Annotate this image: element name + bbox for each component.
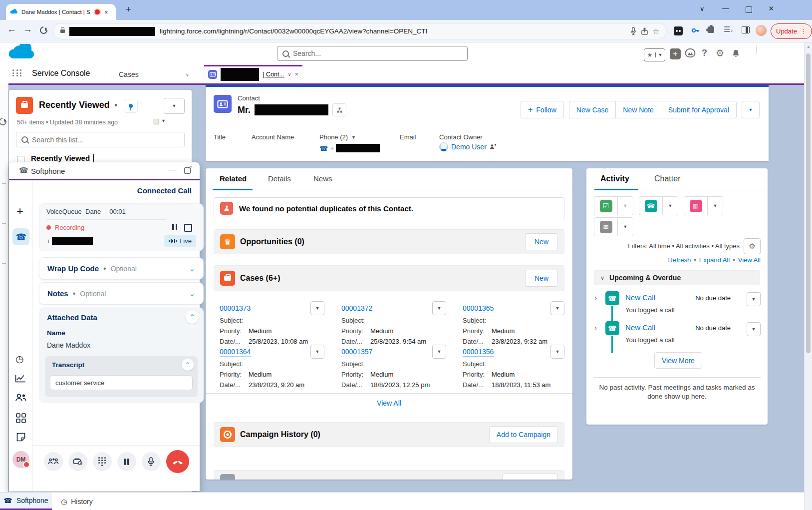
global-search-box[interactable]: Search... <box>277 46 468 61</box>
event-dropdown[interactable]: ▼ <box>707 197 723 215</box>
refresh-link[interactable]: Refresh <box>668 256 691 264</box>
email-button[interactable]: ✉ <box>594 218 617 236</box>
opportunities-title[interactable]: Opportunities (0) <box>240 237 520 246</box>
tab-news[interactable]: News <box>313 174 332 183</box>
notes-section[interactable]: Notes • Optional ⌄ <box>39 282 204 305</box>
window-minimize-button[interactable]: — <box>722 4 729 12</box>
mute-mic-button[interactable] <box>142 452 161 471</box>
side-panel-icon[interactable] <box>742 26 750 33</box>
follow-button[interactable]: +Follow <box>521 101 564 118</box>
new-tab-button[interactable]: + <box>126 4 131 15</box>
back-icon[interactable]: ← <box>7 24 16 35</box>
phone-value[interactable]: ☎ + <box>319 144 380 152</box>
case-number-link[interactable]: 00001365 <box>463 304 494 313</box>
activity-item-title[interactable]: New Call <box>625 293 655 302</box>
activity-item-title[interactable]: New Call <box>625 323 655 332</box>
case-number-link[interactable]: 00001373 <box>220 304 251 313</box>
stop-recording-icon[interactable] <box>184 224 192 232</box>
share-icon[interactable] <box>641 27 648 35</box>
owner-link[interactable]: Demo User <box>451 143 487 151</box>
case-row-dropdown[interactable]: ▼ <box>432 301 446 315</box>
agent-avatar[interactable]: DM <box>12 451 29 468</box>
activity-filter-gear-button[interactable]: ⚙ <box>744 238 761 254</box>
softphone-popout-icon[interactable]: ↗ <box>184 167 191 174</box>
log-call-dropdown[interactable]: ▼ <box>662 197 678 215</box>
change-owner-icon[interactable] <box>490 144 496 150</box>
case-row-dropdown[interactable]: ▼ <box>310 345 324 359</box>
reading-list-icon[interactable]: ☰♪ <box>724 25 733 34</box>
tab-related[interactable]: Related <box>220 174 247 183</box>
list-title-chevron-icon[interactable]: ▼ <box>114 103 118 108</box>
voice-search-mic-icon[interactable] <box>630 27 636 35</box>
case-row-dropdown[interactable]: ▼ <box>550 301 564 315</box>
wrap-up-chevron-icon[interactable]: ⌄ <box>189 264 195 273</box>
list-display-settings-icon[interactable]: ▤▼ <box>153 117 166 125</box>
phone-dropdown-chevron-icon[interactable]: ▼ <box>351 135 356 140</box>
browser-profile-avatar[interactable] <box>756 25 767 36</box>
cases-tab-chevron-icon[interactable]: ∨ <box>186 72 189 77</box>
setup-gear-icon[interactable]: ⚙ <box>716 47 724 59</box>
end-call-button[interactable] <box>166 450 189 473</box>
address-bar[interactable]: lightning.force.com/lightning/r/Contact/… <box>53 23 667 39</box>
nav-tab-cases[interactable]: Cases <box>119 70 139 78</box>
live-badge[interactable]: Live <box>164 235 196 247</box>
softphone-contacts-icon[interactable] <box>15 393 27 402</box>
user-avatar[interactable] <box>756 45 757 54</box>
expand-all-link[interactable]: Expand All <box>699 256 730 264</box>
transfer-call-button[interactable] <box>44 452 63 471</box>
upcoming-chevron-icon[interactable]: ∨ <box>600 275 604 281</box>
extensions-puzzle-icon[interactable] <box>708 26 714 33</box>
attached-collapse-chevron-icon[interactable]: ⌃ <box>186 311 199 324</box>
forward-icon[interactable]: → <box>23 24 32 35</box>
nav-tab-contact-active[interactable]: | Cont... ∨ × <box>204 65 302 82</box>
view-more-button[interactable]: View More <box>654 352 702 369</box>
tab-details[interactable]: Details <box>268 174 291 183</box>
view-hierarchy-button[interactable] <box>332 103 346 116</box>
campaign-title[interactable]: Campaign History (0) <box>240 430 484 439</box>
case-number-link[interactable]: 00001364 <box>220 347 251 357</box>
partial-section-button[interactable] <box>502 474 558 480</box>
pause-recording-icon[interactable] <box>172 224 177 230</box>
case-number-link[interactable]: 00001372 <box>341 304 372 313</box>
scrollbar-up-arrow[interactable]: ▲ <box>807 44 811 49</box>
more-actions-dropdown[interactable]: ▼ <box>742 101 760 118</box>
tab-chatter[interactable]: Chatter <box>654 174 680 183</box>
softphone-add-icon[interactable]: + <box>16 204 23 218</box>
softphone-history-icon[interactable]: ◷ <box>15 353 24 365</box>
case-row-dropdown[interactable]: ▼ <box>550 345 564 359</box>
activity-item-dropdown[interactable]: ▼ <box>747 292 761 306</box>
browser-menu-dots-icon[interactable]: ⋮ <box>801 28 807 35</box>
log-call-button[interactable]: ☎ <box>639 197 662 215</box>
page-scrollbar[interactable]: ▲ <box>804 42 812 510</box>
trailhead-help-icon[interactable] <box>685 48 696 58</box>
case-row-dropdown[interactable]: ▼ <box>310 301 324 315</box>
bookmark-star-icon[interactable]: ☆ <box>653 27 659 36</box>
pin-list-button[interactable] <box>124 99 138 113</box>
submit-for-approval-button[interactable]: Submit for Approval <box>661 101 737 118</box>
keypad-button[interactable] <box>93 452 112 471</box>
utility-tab-history[interactable]: ◷ History <box>52 493 102 510</box>
list-search-box[interactable]: Search this list... <box>16 132 185 147</box>
list-actions-dropdown[interactable]: ▼ <box>164 98 185 114</box>
opportunities-new-button[interactable]: New <box>525 233 558 250</box>
add-to-campaign-button[interactable]: Add to Campaign <box>489 426 558 443</box>
quick-create-icon[interactable]: + <box>670 48 681 59</box>
tab-close-icon[interactable]: × <box>104 8 108 16</box>
app-launcher-waffle-icon[interactable] <box>12 69 22 76</box>
cases-view-all-link[interactable]: View All <box>206 399 572 407</box>
window-menu-chevron-icon[interactable]: ∨ <box>700 5 705 12</box>
wrap-up-code-section[interactable]: Wrap Up Code • Optional ⌄ <box>39 257 204 280</box>
notification-bell-icon[interactable] <box>732 49 740 57</box>
help-icon[interactable]: ? <box>702 48 707 58</box>
softphone-analytics-icon[interactable] <box>15 374 26 383</box>
view-all-link[interactable]: View All <box>738 256 761 264</box>
extension-badge-icon[interactable] <box>674 26 683 35</box>
case-number-link[interactable]: 00001356 <box>463 347 494 357</box>
task-dropdown[interactable]: ▼ <box>617 197 633 215</box>
case-number-link[interactable]: 00001357 <box>341 347 372 357</box>
active-tab-close-icon[interactable]: × <box>294 70 298 78</box>
upcoming-overdue-header[interactable]: ∨ Upcoming & Overdue <box>594 270 760 285</box>
window-close-button[interactable]: × <box>769 3 774 14</box>
timeline-expand-chevron[interactable]: › <box>594 323 597 332</box>
softphone-minimize-icon[interactable]: — <box>169 165 177 173</box>
